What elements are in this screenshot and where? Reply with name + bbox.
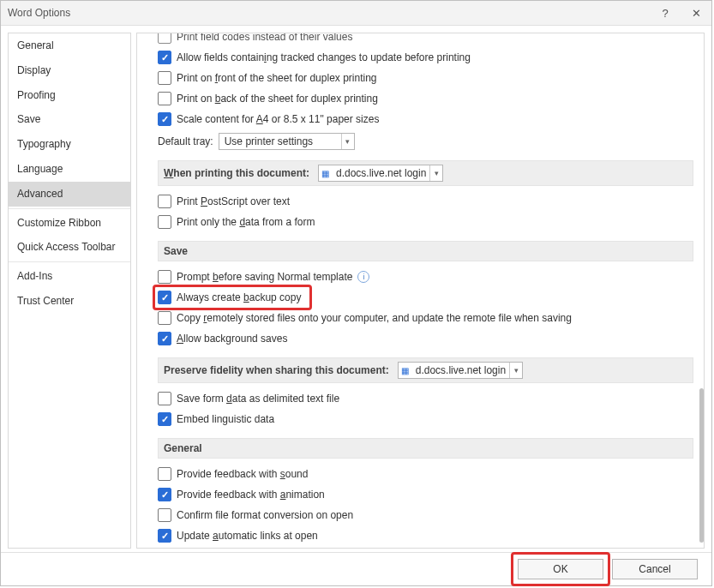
option-row: Provide feedback with sound — [158, 464, 699, 484]
checkbox[interactable] — [158, 488, 171, 501]
sidebar-item-quick-access-toolbar[interactable]: Quick Access Toolbar — [9, 235, 130, 260]
section-header: Save — [158, 241, 693, 261]
scroll-thumb[interactable] — [699, 388, 704, 543]
chevron-down-icon: ▾ — [341, 134, 354, 149]
option-row: Provide feedback with animation — [158, 484, 699, 505]
sidebar-item-advanced[interactable]: Advanced — [9, 182, 130, 207]
option-row: Embed linguistic data — [158, 409, 699, 429]
option-row: Print field codes instead of their value… — [158, 33, 699, 47]
section-title: Save — [164, 245, 188, 257]
ok-button[interactable]: OK — [518, 559, 603, 579]
checkbox[interactable] — [158, 71, 171, 85]
checkbox[interactable] — [158, 51, 171, 64]
document-selector-value: d.docs.live.net login — [412, 364, 509, 376]
sidebar-item-add-ins[interactable]: Add-Ins — [9, 264, 130, 289]
section-title: General — [164, 442, 202, 454]
option-row: Print on back of the sheet for duplex pr… — [158, 88, 699, 109]
checkbox[interactable] — [158, 311, 171, 325]
option-label: Save form data as delimited text file — [177, 393, 339, 405]
checkbox[interactable] — [158, 332, 171, 345]
option-row: Prompt before saving Normal templatei — [158, 267, 699, 287]
option-label: Embed linguistic data — [177, 413, 274, 425]
default-tray-select[interactable]: Use printer settings▾ — [219, 133, 355, 150]
option-label: Copy remotely stored files onto your com… — [177, 312, 572, 324]
titlebar: Word Options ? ✕ — [1, 1, 711, 26]
sidebar-item-general[interactable]: General — [9, 33, 130, 58]
option-label: Print PostScript over text — [177, 195, 290, 207]
section-header: When printing this document:▦d.docs.live… — [158, 160, 693, 186]
chevron-down-icon: ▾ — [429, 165, 442, 181]
info-icon[interactable]: i — [357, 271, 369, 283]
option-row: Always create backup copy — [158, 287, 699, 308]
option-row: Confirm file format conversion on open — [158, 505, 699, 525]
checkbox[interactable] — [158, 508, 171, 522]
section-title: When printing this document: — [164, 167, 309, 179]
option-label: Allow background saves — [177, 333, 287, 345]
options-panel: Print field codes instead of their value… — [136, 33, 705, 549]
dialog-footer: OK Cancel — [1, 552, 711, 585]
document-selector[interactable]: ▦d.docs.live.net login▾ — [398, 362, 523, 379]
category-sidebar: GeneralDisplayProofingSaveTypographyLang… — [8, 33, 131, 549]
sidebar-item-display[interactable]: Display — [9, 58, 130, 83]
window-title: Word Options — [8, 7, 70, 19]
document-selector[interactable]: ▦d.docs.live.net login▾ — [318, 165, 443, 182]
checkbox[interactable] — [158, 92, 171, 105]
section-title: Preserve fidelity when sharing this docu… — [164, 364, 389, 376]
checkbox[interactable] — [158, 112, 171, 126]
word-doc-icon: ▦ — [399, 364, 412, 376]
checkbox[interactable] — [158, 270, 171, 284]
checkbox[interactable] — [158, 392, 171, 405]
option-label: Print on back of the sheet for duplex pr… — [177, 93, 378, 105]
document-selector-value: d.docs.live.net login — [333, 167, 429, 179]
checkbox[interactable] — [158, 529, 171, 543]
option-label: Update automatic links at open — [177, 530, 318, 542]
option-label: Print only the data from a form — [177, 216, 315, 228]
option-row: Print only the data from a form — [158, 212, 699, 232]
checkbox[interactable] — [158, 467, 171, 481]
checkbox[interactable] — [158, 215, 171, 229]
section-header: General — [158, 438, 693, 459]
option-label: Confirm file format conversion on open — [177, 509, 353, 521]
section-header: Preserve fidelity when sharing this docu… — [158, 357, 693, 383]
sidebar-item-customize-ribbon[interactable]: Customize Ribbon — [9, 211, 130, 236]
checkbox[interactable] — [158, 195, 171, 208]
sidebar-item-trust-center[interactable]: Trust Center — [9, 289, 130, 314]
option-label: Print on front of the sheet for duplex p… — [177, 72, 377, 84]
sidebar-item-typography[interactable]: Typography — [9, 132, 130, 157]
option-label: Provide feedback with sound — [177, 468, 308, 480]
option-row: Allow fields containing tracked changes … — [158, 47, 699, 68]
option-row: Allow opening a document in Draft view — [158, 546, 699, 548]
option-row: Save form data as delimited text file — [158, 388, 699, 409]
checkbox[interactable] — [158, 291, 171, 304]
option-row: Print on front of the sheet for duplex p… — [158, 68, 699, 88]
vertical-scrollbar[interactable] — [699, 33, 704, 548]
default-tray-label: Default tray: — [158, 135, 213, 147]
option-row: Scale content for A4 or 8.5 x 11" paper … — [158, 109, 699, 129]
word-options-dialog: Word Options ? ✕ GeneralDisplayProofingS… — [0, 0, 712, 586]
help-button[interactable]: ? — [650, 1, 681, 25]
option-label: Print field codes instead of their value… — [177, 33, 352, 43]
option-row: Copy remotely stored files onto your com… — [158, 308, 699, 328]
option-label: Prompt before saving Normal template — [177, 271, 352, 283]
close-button[interactable]: ✕ — [681, 1, 711, 25]
word-doc-icon: ▦ — [319, 167, 333, 179]
sidebar-item-save[interactable]: Save — [9, 107, 130, 132]
option-row: Allow background saves — [158, 328, 699, 349]
default-tray-value: Use printer settings — [219, 135, 341, 147]
checkbox[interactable] — [158, 412, 171, 426]
option-label: Scale content for A4 or 8.5 x 11" paper … — [177, 113, 379, 125]
option-label: Allow fields containing tracked changes … — [177, 51, 471, 63]
option-label: Always create backup copy — [177, 291, 301, 303]
chevron-down-icon: ▾ — [509, 363, 522, 378]
sidebar-item-language[interactable]: Language — [9, 157, 130, 182]
cancel-button[interactable]: Cancel — [612, 559, 698, 579]
option-row: Update automatic links at open — [158, 525, 699, 546]
option-row: Print PostScript over text — [158, 191, 699, 212]
checkbox[interactable] — [158, 33, 171, 44]
option-label: Provide feedback with animation — [177, 489, 325, 501]
default-tray-row: Default tray:Use printer settings▾ — [158, 131, 699, 152]
sidebar-item-proofing[interactable]: Proofing — [9, 83, 130, 108]
